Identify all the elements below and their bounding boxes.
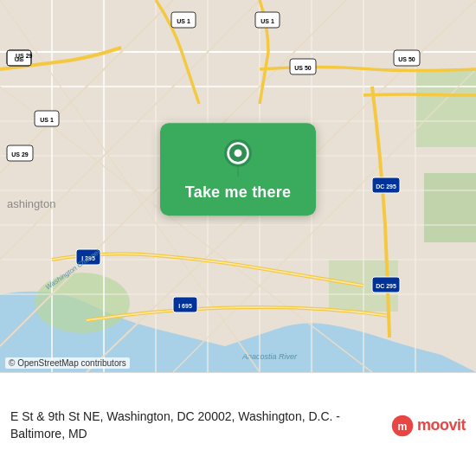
svg-text:DC 295: DC 295: [376, 283, 396, 289]
svg-text:US 1: US 1: [177, 18, 190, 24]
address-text: E St & 9th St NE, Washington, DC 20002, …: [10, 408, 382, 442]
map-attribution: © OpenStreetMap contributors: [5, 357, 130, 369]
address-block: E St & 9th St NE, Washington, DC 20002, …: [10, 408, 382, 442]
svg-text:I 695: I 695: [178, 303, 192, 309]
svg-rect-3: [415, 69, 476, 147]
map-container: Anacostia River: [0, 0, 476, 372]
svg-text:US 29: US 29: [11, 151, 29, 158]
svg-text:Anacostia River: Anacostia River: [241, 352, 298, 361]
svg-text:US 50: US 50: [398, 56, 415, 62]
svg-text:US 1: US 1: [261, 18, 274, 24]
info-bar: E St & 9th St NE, Washington, DC 20002, …: [0, 372, 476, 476]
svg-text:US 50: US 50: [294, 65, 312, 71]
svg-text:m: m: [398, 421, 408, 433]
svg-rect-4: [424, 173, 476, 242]
svg-text:ashington: ashington: [7, 197, 55, 210]
take-me-there-card: Take me there: [160, 123, 316, 215]
svg-text:DC 295: DC 295: [376, 183, 396, 190]
svg-text:US 29: US 29: [16, 53, 33, 59]
moovit-logo: m moovit: [390, 414, 466, 438]
moovit-icon: m: [390, 414, 415, 438]
svg-text:US 1: US 1: [40, 117, 54, 123]
location-pin-icon: [219, 138, 257, 177]
moovit-brand-name: moovit: [417, 416, 466, 434]
svg-point-58: [235, 150, 242, 158]
take-me-there-button[interactable]: Take me there: [185, 183, 291, 202]
app-container: Anacostia River: [0, 0, 476, 476]
